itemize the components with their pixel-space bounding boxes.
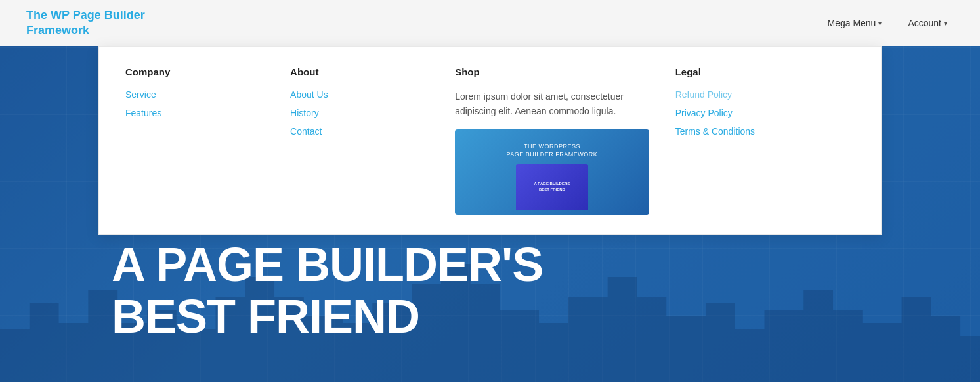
shop-description: Lorem ipsum dolor sit amet, consectetuer… <box>455 89 649 119</box>
hero-headline: A PAGE BUILDER'S BEST FRIEND <box>112 239 543 343</box>
mock-screen-text: A PAGE BUILDERSBEST FRIEND <box>534 181 570 193</box>
company-features-link[interactable]: Features <box>125 108 264 118</box>
hero-line1: A PAGE BUILDER'S <box>112 238 543 291</box>
history-link[interactable]: History <box>290 108 429 118</box>
menu-column-company: Company Service Features <box>125 66 277 215</box>
mega-menu-dropdown: Company Service Features About About Us … <box>98 46 882 235</box>
contact-link[interactable]: Contact <box>290 126 429 137</box>
site-header: The WP Page Builder Framework Mega Menu … <box>0 0 980 46</box>
chevron-down-icon: ▾ <box>878 20 882 27</box>
shop-column-title: Shop <box>455 66 649 77</box>
about-column-title: About <box>290 66 429 77</box>
account-label: Account <box>908 18 941 28</box>
header-nav: Mega Menu ▾ Account ▾ <box>820 12 954 33</box>
company-column-title: Company <box>125 66 264 77</box>
shop-card-title: THE WORDPRESS PAGE BUILDER FRAMEWORK <box>507 142 598 159</box>
mega-menu-nav-item[interactable]: Mega Menu ▾ <box>820 12 888 33</box>
shop-image-card[interactable]: THE WORDPRESS PAGE BUILDER FRAMEWORK A P… <box>455 129 649 215</box>
site-logo[interactable]: The WP Page Builder Framework <box>26 8 145 39</box>
logo-line2: Framework <box>26 24 89 37</box>
mega-menu-label: Mega Menu <box>827 18 876 28</box>
refund-policy-link[interactable]: Refund Policy <box>675 89 842 100</box>
terms-conditions-link[interactable]: Terms & Conditions <box>675 126 842 137</box>
chevron-down-icon: ▾ <box>944 20 947 27</box>
card-title-line1: THE WORDPRESS <box>507 142 598 151</box>
account-nav-item[interactable]: Account ▾ <box>901 12 954 33</box>
hero-content: A PAGE BUILDER'S BEST FRIEND <box>0 239 654 343</box>
legal-column-title: Legal <box>675 66 842 77</box>
menu-column-shop: Shop Lorem ipsum dolor sit amet, consect… <box>442 66 662 215</box>
logo-line1: The WP Page Builder <box>26 9 145 22</box>
card-title-line2: PAGE BUILDER FRAMEWORK <box>507 150 598 159</box>
company-service-link[interactable]: Service <box>125 89 264 100</box>
mock-screen-inner: A PAGE BUILDERSBEST FRIEND <box>516 164 588 210</box>
menu-column-legal: Legal Refund Policy Privacy Policy Terms… <box>662 66 855 215</box>
mock-screen: A PAGE BUILDERSBEST FRIEND <box>516 164 588 210</box>
menu-column-about: About About Us History Contact <box>277 66 442 215</box>
about-us-link[interactable]: About Us <box>290 89 429 100</box>
hero-line2: BEST FRIEND <box>112 290 419 343</box>
privacy-policy-link[interactable]: Privacy Policy <box>675 108 842 118</box>
